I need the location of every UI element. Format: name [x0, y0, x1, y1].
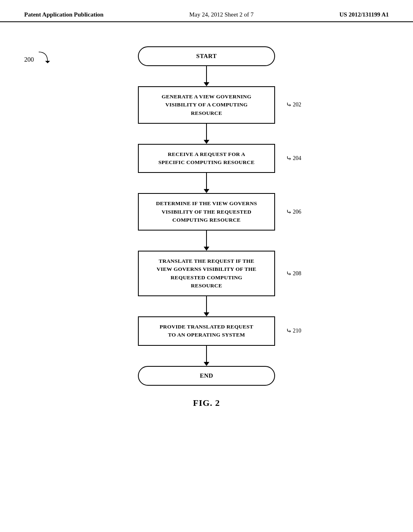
start-node: START [138, 46, 275, 66]
step-202-node: GENERATE A VIEW GOVERNINGVISIBILITY OF A… [138, 86, 275, 124]
publication-label: Patent Application Publication [24, 11, 104, 18]
diagram-number-wrap: 200 [24, 50, 51, 63]
step-208-node: TRANSLATE THE REQUEST IF THEVIEW GOVERNS… [138, 251, 275, 296]
ref-204: ⤶ 204 [286, 154, 301, 163]
ref-210: ⤶ 210 [286, 326, 301, 335]
arrow-5 [204, 296, 209, 316]
end-node-wrapper: END [138, 366, 275, 386]
step-210-node: PROVIDE TRANSLATED REQUESTTO AN OPERATIN… [138, 316, 275, 346]
arrow-2 [204, 124, 209, 144]
date-sheet-label: May 24, 2012 Sheet 2 of 7 [189, 11, 254, 18]
svg-marker-0 [45, 61, 50, 63]
arrow-4 [204, 231, 209, 251]
step-208-wrapper: TRANSLATE THE REQUEST IF THEVIEW GOVERNS… [138, 251, 275, 296]
flowchart: START GENERATE A VIEW GOVERNINGVISIBILIT… [102, 46, 311, 386]
step-204-wrapper: RECEIVE A REQUEST FOR ASPECIFIC COMPUTIN… [138, 144, 275, 173]
end-node: END [138, 366, 275, 386]
step-202-wrapper: GENERATE A VIEW GOVERNINGVISIBILITY OF A… [138, 86, 275, 124]
step-204-node: RECEIVE A REQUEST FOR ASPECIFIC COMPUTIN… [138, 144, 275, 173]
figure-label: FIG. 2 [193, 398, 220, 408]
step-210-wrapper: PROVIDE TRANSLATED REQUESTTO AN OPERATIN… [138, 316, 275, 346]
start-node-wrapper: START [138, 46, 275, 66]
figure-label-area: FIG. 2 [0, 398, 413, 408]
ref-208: ⤶ 208 [286, 269, 301, 278]
step-206-node: DETERMINE IF THE VIEW GOVERNSVISIBILITY … [138, 193, 275, 231]
diagram-arrow-svg [35, 50, 51, 63]
arrow-1 [204, 66, 209, 86]
page-header: Patent Application Publication May 24, 2… [0, 0, 413, 22]
patent-number-label: US 2012/131199 A1 [339, 11, 389, 18]
ref-202: ⤶ 202 [286, 100, 301, 109]
diagram-area: 200 START GENERATE A VIEW GOVERNINGVISIB… [0, 22, 413, 416]
diagram-number: 200 [24, 56, 34, 63]
ref-206: ⤶ 206 [286, 208, 301, 216]
step-206-wrapper: DETERMINE IF THE VIEW GOVERNSVISIBILITY … [138, 193, 275, 231]
arrow-6 [204, 346, 209, 366]
arrow-3 [204, 173, 209, 193]
